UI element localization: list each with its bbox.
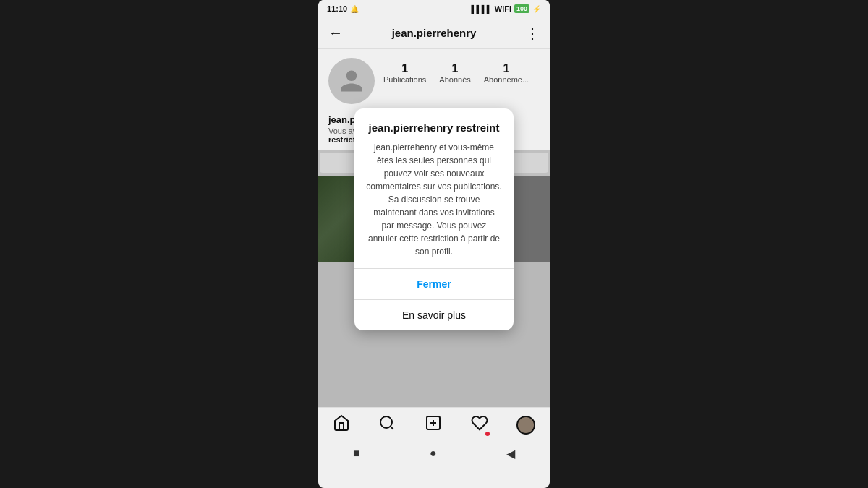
recent-apps-button[interactable]: ■ [353, 447, 360, 460]
notification-dot [485, 432, 490, 436]
heart-icon [471, 414, 488, 432]
publications-count: 1 [401, 62, 408, 75]
profile-username-title: jean.pierrehenry [392, 27, 477, 39]
alarm-icon: 🔔 [350, 5, 359, 13]
signal-icon: ▌▌▌▌ [472, 5, 492, 13]
svg-point-0 [380, 416, 392, 428]
search-icon [378, 414, 396, 432]
system-navigation: ■ ● ◀ [318, 442, 550, 465]
time-display: 11:10 [327, 4, 347, 13]
back-button[interactable]: ← [328, 25, 343, 41]
abonnements-label: Abonneme... [484, 75, 529, 84]
back-system-button[interactable]: ◀ [506, 447, 515, 461]
add-icon [425, 414, 442, 432]
abonnes-label: Abonnés [439, 75, 470, 84]
svg-line-1 [391, 426, 393, 429]
status-bar: 11:10 🔔 ▌▌▌▌ WiFi 100 ⚡ [318, 0, 550, 17]
profile-stats: 1 Publications 1 Abonnés 1 Abonneme... [383, 62, 529, 84]
home-system-button[interactable]: ● [430, 447, 437, 460]
avatar-icon [339, 68, 365, 94]
home-nav-button[interactable] [333, 414, 350, 436]
heart-nav-button[interactable] [471, 414, 488, 436]
stat-publications: 1 Publications [383, 62, 426, 84]
abonnes-count: 1 [452, 62, 459, 75]
status-left: 11:10 🔔 [327, 4, 359, 13]
avatar [328, 58, 375, 104]
add-post-nav-button[interactable] [425, 414, 442, 436]
modal-body: jean.pierrehenry restreint jean.pierrehe… [354, 108, 514, 268]
profile-section: 1 Publications 1 Abonnés 1 Abonneme... [318, 49, 550, 111]
content-area: jean.pierrehenry restreint jean.pierrehe… [318, 176, 550, 262]
publications-label: Publications [383, 75, 426, 84]
phone-container: 11:10 🔔 ▌▌▌▌ WiFi 100 ⚡ ← jean.pierrehen… [318, 0, 550, 488]
home-icon [333, 414, 350, 432]
battery-indicator: 100 [514, 4, 529, 13]
stat-abonnes: 1 Abonnés [439, 62, 470, 84]
restrict-modal: jean.pierrehenry restreint jean.pierrehe… [354, 108, 514, 330]
modal-message: jean.pierrehenry et vous-même êtes les s… [366, 141, 502, 258]
close-modal-button[interactable]: Fermer [354, 269, 514, 299]
profile-nav-button[interactable] [516, 416, 535, 435]
modal-title: jean.pierrehenry restreint [366, 121, 502, 134]
search-nav-button[interactable] [378, 414, 396, 436]
stat-abonnements: 1 Abonneme... [484, 62, 529, 84]
lightning-icon: ⚡ [532, 5, 541, 13]
learn-more-button[interactable]: En savoir plus [354, 300, 514, 330]
instagram-header: ← jean.pierrehenry ⋮ [318, 17, 550, 49]
more-options-button[interactable]: ⋮ [525, 25, 540, 42]
modal-overlay: jean.pierrehenry restreint jean.pierrehe… [318, 176, 550, 262]
wifi-icon: WiFi [495, 4, 511, 13]
status-right: ▌▌▌▌ WiFi 100 ⚡ [472, 4, 542, 13]
abonnements-count: 1 [503, 62, 510, 75]
bottom-navigation [318, 407, 550, 442]
